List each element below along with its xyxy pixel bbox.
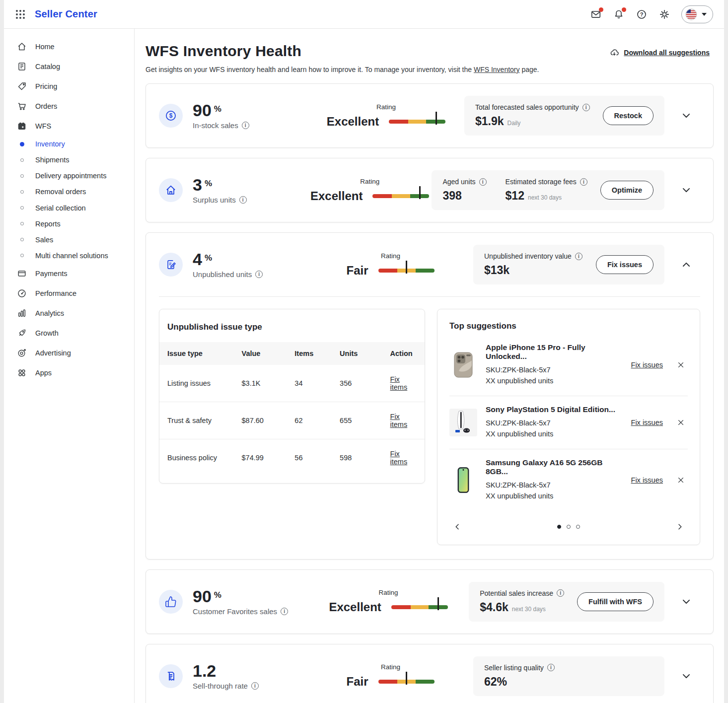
rating-gauge — [389, 120, 445, 124]
sidebar-item-payments[interactable]: Payments — [4, 264, 134, 283]
rating-block: Rating Fair — [308, 252, 473, 278]
dismiss-suggestion-button[interactable] — [676, 360, 686, 370]
wfs-inventory-link[interactable]: WFS Inventory — [474, 66, 520, 73]
mail-icon[interactable] — [590, 8, 602, 20]
expand-chevron[interactable] — [676, 592, 696, 612]
sidebar-item-growth[interactable]: Growth — [4, 323, 134, 343]
sidebar-item-apps[interactable]: Apps — [4, 363, 134, 383]
sidebar-item-reports[interactable]: Reports — [4, 216, 134, 232]
home-circle-icon — [159, 178, 183, 202]
carousel-next-button[interactable] — [674, 521, 686, 533]
pricing-tag-icon — [17, 81, 27, 91]
fix-issues-link[interactable]: Fix issues — [631, 419, 663, 426]
suggestions-title: Top suggestions — [449, 321, 688, 331]
sidebar-item-delivery-appointments[interactable]: Delivery appointments — [4, 168, 134, 184]
sidebar-lock-toggle[interactable]: Lock — [4, 698, 134, 703]
bullet-icon — [17, 190, 27, 194]
info-icon[interactable]: i — [239, 196, 247, 204]
sidebar-item-multi-channel-solutions[interactable]: Multi channel solutions — [4, 248, 134, 264]
sidebar-item-performance[interactable]: Performance — [4, 283, 134, 303]
sidebar-item-sales[interactable]: Sales — [4, 232, 134, 248]
table-row: Listing issues $3.1K 34 356 Fix items — [159, 365, 425, 402]
info-icon[interactable]: i — [281, 608, 288, 615]
info-icon[interactable]: i — [242, 122, 249, 129]
metric-value: 90% — [193, 588, 288, 605]
chevron-down-icon — [702, 13, 707, 16]
cloud-download-icon — [609, 48, 619, 58]
rating-value: Fair — [346, 675, 368, 689]
expand-chevron[interactable] — [676, 106, 696, 126]
fix-items-link[interactable]: Fix items — [390, 450, 408, 466]
carousel-dot[interactable] — [576, 525, 580, 529]
sidebar-item-analytics[interactable]: Analytics — [4, 303, 134, 323]
rating-value: Excellent — [310, 189, 363, 203]
sidebar-item-shipments[interactable]: Shipments — [4, 152, 134, 168]
rating-block: Rating Fair — [308, 663, 473, 689]
expand-chevron[interactable] — [676, 666, 696, 686]
unpublished-value-panel: Unpublished inventory valuei $13k Fix is… — [473, 245, 664, 284]
fix-items-link[interactable]: Fix items — [390, 413, 408, 428]
bullet-icon — [17, 158, 27, 162]
sidebar-item-inventory[interactable]: Inventory — [4, 136, 134, 152]
suggestion-item-iphone: Apple iPhone 15 Pro - Fully Unlocked... … — [449, 334, 688, 396]
dismiss-suggestion-button[interactable] — [676, 475, 686, 485]
rating-block: Rating Excellent — [308, 589, 469, 614]
sidebar-item-serial-collection[interactable]: Serial collection — [4, 200, 134, 216]
info-icon[interactable]: i — [557, 589, 564, 597]
download-all-suggestions-link[interactable]: Download all suggestions — [609, 48, 710, 58]
fix-items-link[interactable]: Fix items — [390, 375, 408, 391]
fix-issues-link[interactable]: Fix issues — [631, 476, 663, 484]
rating-value: Excellent — [329, 600, 381, 614]
info-icon[interactable]: i — [251, 682, 259, 690]
metric-value: 90% — [193, 102, 249, 119]
payments-card-icon — [17, 269, 27, 279]
carousel-dot[interactable] — [567, 525, 571, 529]
sidebar-item-orders[interactable]: Orders — [4, 96, 134, 116]
gauge-marker — [419, 186, 421, 199]
info-icon[interactable]: i — [575, 253, 582, 260]
suggestion-item-samsung: Samsung Galaxy A16 5G 256GB 8GB... SKU:Z… — [449, 449, 688, 511]
optimize-button[interactable]: Optimize — [600, 181, 654, 200]
carousel-prev-button[interactable] — [451, 521, 463, 533]
fix-issues-link[interactable]: Fix issues — [631, 361, 663, 369]
sidebar-item-catalog[interactable]: Catalog — [4, 57, 134, 76]
info-icon[interactable]: i — [580, 178, 587, 186]
metric-value: 3% — [193, 176, 247, 193]
sidebar-item-advertising[interactable]: Advertising — [4, 343, 134, 363]
brand-logo[interactable]: Seller Center — [35, 8, 97, 20]
mail-badge — [599, 7, 603, 12]
gauge-marker — [437, 597, 439, 610]
bell-icon[interactable] — [613, 8, 625, 20]
rating-gauge — [391, 605, 448, 609]
help-icon[interactable]: ? — [636, 8, 648, 20]
catalog-icon — [17, 62, 27, 71]
table-title: Unpublished issue type — [159, 309, 425, 342]
collapse-chevron[interactable] — [676, 255, 696, 275]
waffle-menu-icon[interactable] — [16, 10, 25, 19]
info-icon[interactable]: i — [479, 178, 487, 186]
dismiss-suggestion-button[interactable] — [676, 418, 686, 427]
sales-increase-panel: Potential sales increasei $4.6knext 30 d… — [469, 582, 664, 622]
gauge-marker — [406, 261, 407, 274]
sidebar-item-home[interactable]: Home — [4, 37, 134, 57]
performance-gauge-icon — [17, 288, 27, 298]
fulfill-with-wfs-button[interactable]: Fulfill with WFS — [577, 592, 654, 611]
wfs-box-icon — [17, 121, 27, 131]
gauge-marker — [406, 672, 407, 685]
settings-gear-icon[interactable] — [658, 8, 670, 20]
chevron-down-icon — [681, 110, 692, 121]
info-icon[interactable]: i — [547, 664, 555, 671]
thumbs-up-icon — [159, 590, 183, 614]
fix-issues-button[interactable]: Fix issues — [596, 255, 654, 274]
account-locale-menu[interactable] — [681, 5, 713, 23]
carousel-dot[interactable] — [557, 525, 561, 529]
sidebar-item-wfs[interactable]: WFS — [4, 116, 134, 136]
rating-block: Rating Excellent — [308, 103, 464, 129]
restock-button[interactable]: Restock — [603, 106, 654, 125]
expand-chevron[interactable] — [676, 180, 696, 200]
sidebar-item-removal-orders[interactable]: Removal orders — [4, 184, 134, 200]
info-icon[interactable]: i — [255, 271, 263, 278]
info-icon[interactable]: i — [582, 104, 590, 111]
sidebar-item-pricing[interactable]: Pricing — [4, 76, 134, 96]
metric-card-unpublished-units: 4% Unpublished unitsi Rating Fair U — [146, 232, 714, 560]
